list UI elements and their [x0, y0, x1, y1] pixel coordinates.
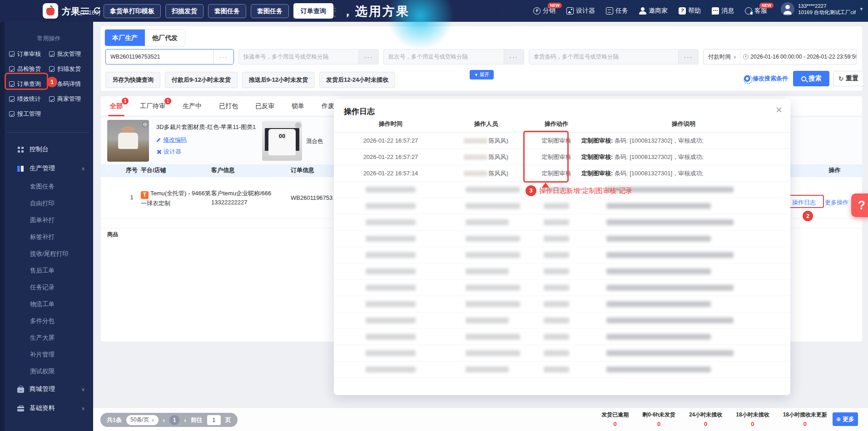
status-tab[interactable]: 已反审: [255, 102, 274, 110]
reset-button[interactable]: ↻重置: [833, 71, 864, 86]
current-page[interactable]: 1: [169, 415, 179, 425]
more-options-dots-button[interactable]: ···: [504, 50, 524, 64]
blurred-action: [544, 252, 569, 258]
sidebar-quick-item[interactable]: 扫描发货: [49, 61, 87, 76]
header-menu-item[interactable]: 设计器: [566, 7, 595, 15]
custom-design-image[interactable]: ⊕: [262, 121, 302, 161]
status-tab[interactable]: 锁单: [292, 102, 304, 110]
footer-stat[interactable]: 剩0-6h未发货 0: [642, 411, 675, 427]
status-tab[interactable]: 已打包: [219, 102, 238, 110]
quick-filter-button[interactable]: 推送后9-12小时未发货: [242, 72, 315, 88]
search-input[interactable]: [239, 50, 359, 64]
sidebar-item-basic-data[interactable]: 基础资料 ∨: [5, 399, 93, 418]
header-menu-item[interactable]: 客服 NEW: [745, 7, 767, 15]
header-menu-item[interactable]: 分销 NEW: [533, 7, 556, 15]
quick-filter-button[interactable]: 付款后9-12小时未发货: [165, 72, 238, 88]
prev-page-button[interactable]: ‹: [163, 416, 165, 424]
footer-stat[interactable]: 24小时未揽收 0: [689, 411, 722, 427]
status-tab[interactable]: 作废: [322, 102, 334, 110]
sidebar-submenu-item[interactable]: 套图任务: [5, 178, 93, 195]
status-tab-label: 全部: [110, 102, 123, 109]
sidebar-quick-item[interactable]: 绩效统计: [9, 91, 49, 106]
quick-filter-button[interactable]: 发货后12-24小时未揽收: [319, 72, 395, 88]
sidebar-submenu-item[interactable]: 标签补打: [5, 228, 93, 245]
blurred-time: [366, 252, 416, 258]
sidebar-submenu-item[interactable]: 自由打印: [5, 195, 93, 212]
top-nav-button[interactable]: 套图任务: [208, 4, 246, 18]
sidebar-quick-item[interactable]: 批次管理: [49, 46, 87, 61]
sidebar-submenu-item[interactable]: 面单补打: [5, 212, 93, 228]
blurred-description: [606, 317, 734, 323]
goto-page-input[interactable]: 1: [207, 415, 221, 425]
column-order-info: 订单信息: [291, 163, 332, 177]
sidebar-item-console[interactable]: 控制台: [5, 140, 93, 159]
sidebar-submenu-item[interactable]: 售后工单: [5, 262, 93, 279]
log-description: 定制图审核: 条码: [100081327302]，审核成功;: [581, 149, 781, 165]
header-menu-item[interactable]: 消息: [712, 7, 734, 15]
modify-search-link[interactable]: 修改搜索条件: [744, 74, 788, 83]
active-page-tab[interactable]: 订单查询: [293, 3, 333, 19]
status-tab[interactable]: 全部 1: [110, 102, 123, 110]
next-page-button[interactable]: ›: [184, 416, 186, 424]
sidebar-quick-item[interactable]: 报工管理: [9, 106, 49, 121]
edit-code-link[interactable]: 修改编码: [156, 136, 187, 144]
page-size-select[interactable]: 50条/页∨: [126, 415, 158, 425]
status-tab[interactable]: 生产中: [183, 102, 202, 110]
more-options-dots-button[interactable]: ···: [678, 50, 698, 64]
close-icon[interactable]: ×: [776, 104, 782, 116]
header-menu-item[interactable]: 帮助: [679, 7, 701, 15]
footer-stat[interactable]: 发货已逾期 0: [601, 411, 629, 427]
order-number-group: ···: [105, 49, 234, 64]
quick-item-icon: [49, 66, 55, 72]
search-button[interactable]: 搜索: [793, 71, 829, 86]
account-caret-icon[interactable]: ▼: [859, 7, 863, 11]
quick-item-label: 扫描发货: [57, 65, 81, 73]
status-tab-badge: 1: [122, 98, 129, 104]
sidebar-submenu-item[interactable]: 测试权限: [5, 363, 93, 380]
top-nav-button[interactable]: 扫描发货: [165, 4, 203, 18]
more-options-dots-button[interactable]: ···: [213, 50, 233, 64]
footer-stat[interactable]: 18小时揽收未更新 0: [783, 411, 827, 427]
help-button[interactable]: ?: [851, 193, 868, 217]
account-widget[interactable]: 133****2227 10169 自动化测试工厂cif ▼: [781, 2, 863, 16]
annotation-step-2: 2: [803, 211, 813, 221]
footer-more-button[interactable]: ⊕更多: [833, 412, 858, 426]
header-menu-item[interactable]: 邀商家: [639, 7, 668, 15]
status-tab[interactable]: 工厂待审 1: [140, 102, 165, 110]
top-nav-button[interactable]: 拿货单打印模板: [104, 4, 161, 18]
sidebar-submenu-item[interactable]: 任务记录: [5, 279, 93, 296]
order-number-input[interactable]: [106, 50, 213, 64]
sidebar-item-production[interactable]: 生产管理 ∧: [5, 159, 93, 178]
blurred-description: [606, 268, 711, 274]
sidebar-submenu-item[interactable]: 物流工单: [5, 296, 93, 312]
top-nav-button[interactable]: 套图任务: [251, 4, 289, 18]
footer-stat[interactable]: 18小时未揽收 0: [736, 411, 769, 427]
annotation-box-operation-log: [789, 195, 824, 208]
sidebar-divider: [7, 132, 89, 133]
header-menu-item[interactable]: 任务: [606, 7, 628, 15]
more-options-dots-button[interactable]: ···: [358, 50, 378, 64]
refresh-icon[interactable]: [93, 6, 101, 15]
zoom-icon[interactable]: ⊕: [143, 121, 148, 128]
search-input[interactable]: [384, 50, 504, 64]
product-image[interactable]: ⊕: [107, 120, 149, 162]
search-input[interactable]: [529, 50, 678, 64]
zoom-icon[interactable]: ⊕: [296, 122, 301, 129]
sidebar-submenu-item[interactable]: 生产大屏: [5, 329, 93, 346]
sidebar-submenu-item[interactable]: 补片管理: [5, 346, 93, 363]
time-type-select[interactable]: 付款时间∨: [704, 50, 740, 64]
hamburger-icon[interactable]: [81, 8, 89, 14]
sidebar-quick-item[interactable]: 订单审核: [9, 46, 49, 61]
designer-link[interactable]: 设计器: [156, 148, 181, 156]
quick-filter-button[interactable]: 另存为快捷查询: [105, 72, 160, 88]
row-more-actions-link[interactable]: 更多操作: [825, 198, 848, 207]
sidebar-item-mall[interactable]: 商城管理 ∨: [5, 380, 93, 399]
sidebar-submenu-item[interactable]: 揽收/尾程打印: [5, 245, 93, 262]
sidebar-quick-item[interactable]: 商家管理: [49, 91, 87, 106]
tab-own-factory[interactable]: 本厂生产: [105, 30, 145, 46]
date-range-value[interactable]: 2026-01-16 00:00:00 - 2026-01-22 23:59:5…: [740, 54, 856, 60]
expand-filters-button[interactable]: 展开: [470, 70, 494, 79]
tab-other-factory[interactable]: 他厂代发: [145, 30, 185, 46]
sidebar-submenu-item[interactable]: 多件分包: [5, 312, 93, 329]
avatar: [781, 2, 794, 16]
